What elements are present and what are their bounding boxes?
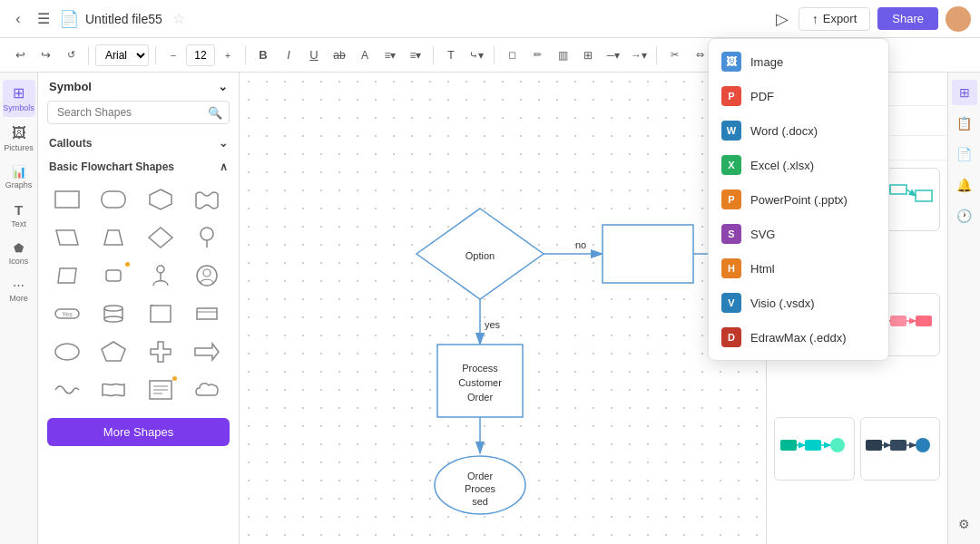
shape-fill-button[interactable]: ◻: [501, 44, 523, 66]
sidebar-item-graphs[interactable]: 📊 Graphs: [3, 160, 35, 194]
play-button[interactable]: ▷: [773, 10, 791, 28]
underline-button[interactable]: U: [303, 44, 325, 66]
export-visio-label: Visio (.vsdx): [750, 296, 815, 310]
shape-rounded-rect[interactable]: [93, 182, 133, 217]
history-icon[interactable]: 🕐: [952, 203, 977, 228]
svg-text:sed: sed: [472, 496, 488, 507]
list-button[interactable]: ≡▾: [405, 44, 426, 66]
sidebar-item-pictures[interactable]: 🖼 Pictures: [3, 121, 35, 157]
search-icon[interactable]: 🔍: [208, 106, 222, 120]
export-image-label: Image: [750, 55, 783, 69]
avatar[interactable]: [946, 6, 971, 32]
back-button[interactable]: ‹: [9, 10, 27, 28]
shapes-panel-collapse-icon[interactable]: ⌄: [218, 80, 228, 93]
export-svg[interactable]: S SVG: [709, 217, 888, 251]
shape-cloud[interactable]: [187, 373, 227, 407]
shape-hexagon[interactable]: [141, 182, 181, 217]
svg-rect-0: [55, 191, 79, 208]
svg-rect-82: [866, 440, 882, 451]
export-edraw[interactable]: D EdrawMax (.eddx): [709, 320, 888, 355]
shape-person[interactable]: [141, 258, 181, 293]
crop-button[interactable]: ✂: [663, 44, 685, 66]
line-style-button[interactable]: ─▾: [603, 44, 624, 66]
svg-point-84: [916, 438, 930, 452]
shape-data-store[interactable]: [187, 296, 227, 331]
export-word[interactable]: W Word (.docx): [709, 113, 888, 148]
export-pdf[interactable]: P PDF: [709, 79, 888, 113]
shape-ellipse[interactable]: [47, 335, 87, 369]
shape-cross[interactable]: [141, 335, 181, 369]
text-style-button[interactable]: T: [440, 44, 462, 66]
svg-marker-3: [56, 230, 78, 245]
reset-button[interactable]: ↺: [60, 44, 82, 66]
shape-pentagon[interactable]: [93, 335, 133, 369]
canvas[interactable]: Option no Return order yes Process Custo…: [240, 73, 766, 544]
sidebar-label-graphs: Graphs: [5, 180, 33, 189]
shape-cylinder[interactable]: [93, 296, 133, 331]
strikethrough-button[interactable]: ab: [328, 44, 350, 66]
menu-button[interactable]: ☰: [34, 10, 53, 28]
arrow-style-button[interactable]: →▾: [628, 44, 650, 66]
grid-button[interactable]: ⊞: [577, 44, 599, 66]
italic-button[interactable]: I: [278, 44, 299, 66]
search-input[interactable]: [47, 101, 230, 124]
font-family-select[interactable]: Arial: [95, 44, 149, 66]
theme-card-5[interactable]: [774, 417, 855, 481]
shape-pin[interactable]: [187, 220, 227, 255]
shape-bracket-rect[interactable]: [141, 296, 181, 331]
sidebar-item-more[interactable]: ⋯ More: [3, 274, 35, 307]
export-excel-icon: X: [721, 155, 741, 175]
shape-wavy-rect2[interactable]: [93, 373, 133, 407]
svg-point-10: [157, 266, 164, 273]
export-svg-label: SVG: [750, 228, 775, 241]
shape-edit-button[interactable]: ✏: [526, 44, 548, 66]
callouts-section-header[interactable]: Callouts ⌄: [38, 131, 239, 155]
font-size-decrease[interactable]: −: [162, 44, 184, 66]
connector-button[interactable]: ⤷▾: [466, 44, 487, 66]
shape-wave-rect[interactable]: [187, 182, 227, 217]
shape-parallelogram[interactable]: [47, 220, 87, 255]
page-icon[interactable]: 📄: [952, 141, 977, 167]
redo-button[interactable]: ↪: [34, 44, 56, 66]
align-button[interactable]: ≡▾: [379, 44, 401, 66]
export-visio[interactable]: V Visio (.vsdx): [709, 286, 888, 320]
shape-arrow[interactable]: [187, 335, 227, 369]
shape-user-circle[interactable]: [187, 258, 227, 293]
export-excel[interactable]: X Excel (.xlsx): [709, 148, 888, 182]
undo-button[interactable]: ↩: [9, 44, 31, 66]
bold-button[interactable]: B: [252, 44, 274, 66]
sidebar-item-text[interactable]: T Text: [3, 198, 35, 233]
theme-card-6[interactable]: [860, 417, 941, 481]
format-icon[interactable]: 📋: [952, 111, 977, 136]
shape-rounded-diamond[interactable]: [93, 258, 133, 293]
export-button[interactable]: ↑ Export: [799, 7, 871, 31]
shape-skewed-rect[interactable]: [47, 258, 87, 293]
export-image[interactable]: 🖼 Image: [709, 44, 888, 79]
sidebar-item-symbols[interactable]: ⊞ Symbols: [3, 80, 35, 117]
shape-pill[interactable]: Yes: [47, 296, 87, 331]
font-size-input[interactable]: [186, 44, 215, 66]
font-color-button[interactable]: A: [354, 44, 376, 66]
properties-icon[interactable]: ⊞: [952, 80, 977, 105]
sidebar-item-icons[interactable]: ⬟ Icons: [3, 237, 35, 270]
shape-rectangle[interactable]: [47, 182, 87, 217]
layout-button[interactable]: ▥: [552, 44, 573, 66]
settings-bottom-icon[interactable]: ⚙: [952, 511, 977, 537]
shape-trapezoid[interactable]: [93, 220, 133, 255]
shape-doc[interactable]: [141, 373, 181, 407]
basic-flowchart-section-header[interactable]: Basic Flowchart Shapes ∧: [38, 155, 239, 179]
text-icon: T: [15, 202, 23, 218]
notification-icon[interactable]: 🔔: [952, 172, 977, 198]
export-html[interactable]: H Html: [709, 251, 888, 286]
export-svg-icon: S: [721, 224, 741, 244]
share-button[interactable]: Share: [877, 7, 938, 30]
callouts-toggle-icon: ⌄: [219, 137, 228, 150]
svg-marker-24: [102, 342, 125, 361]
export-pptx[interactable]: P PowerPoint (.pptx): [709, 182, 888, 217]
font-size-increase[interactable]: +: [217, 44, 239, 66]
more-shapes-button[interactable]: More Shapes: [47, 418, 230, 446]
shape-wave[interactable]: [47, 373, 87, 407]
star-icon[interactable]: ☆: [170, 10, 188, 28]
shape-diamond[interactable]: [141, 220, 181, 255]
svg-rect-72: [916, 316, 932, 326]
